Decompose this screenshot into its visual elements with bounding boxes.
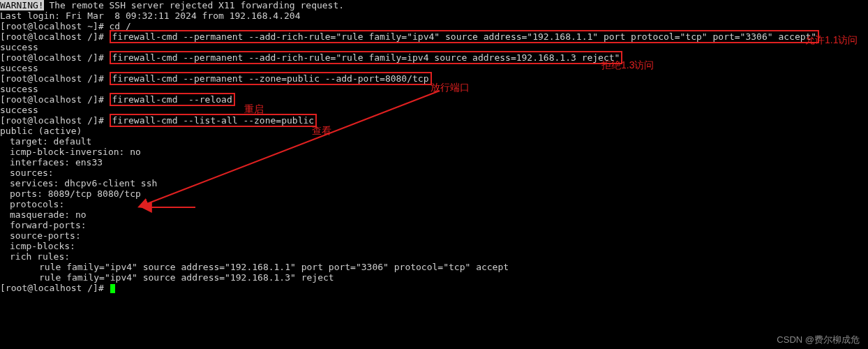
list-ifaces: interfaces: ens33 bbox=[0, 157, 868, 168]
list-protocols: protocols: bbox=[0, 199, 868, 209]
last-login-line: Last login: Fri Mar 8 09:32:11 2024 from… bbox=[0, 10, 868, 21]
list-icmp: icmp-blocks: bbox=[0, 241, 868, 251]
cmd-line-reload: [root@localhost /]# firewall-cmd --reloa… bbox=[0, 94, 868, 105]
terminal-window[interactable]: WARNING! The remote SSH server rejected … bbox=[0, 0, 868, 349]
cmd-line-rule2: [root@localhost /]# firewall-cmd --perma… bbox=[0, 52, 868, 63]
prompt-root: [root@localhost /]# bbox=[0, 115, 110, 126]
list-sources: sources: bbox=[0, 168, 868, 178]
cmd-line-rule1: [root@localhost /]# firewall-cmd --perma… bbox=[0, 31, 868, 42]
list-services: services: dhcpv6-client ssh bbox=[0, 178, 868, 188]
prompt-root: [root@localhost /]# bbox=[0, 31, 110, 42]
cursor-icon bbox=[110, 284, 115, 293]
cmd-line-addport: [root@localhost /]# firewall-cmd --perma… bbox=[0, 73, 868, 84]
warning-label: WARNING! bbox=[0, 0, 44, 10]
prompt-root: [root@localhost /]# bbox=[0, 94, 110, 105]
list-zone: public (active) bbox=[0, 126, 868, 136]
warning-text: The remote SSH server rejected X11 forwa… bbox=[44, 0, 344, 10]
prompt-root: [root@localhost /]# bbox=[0, 283, 110, 293]
list-srcports: source-ports: bbox=[0, 230, 868, 241]
list-rich-rule1: rule family="ipv4" source address="192.1… bbox=[0, 262, 868, 272]
list-ports: ports: 8089/tcp 8080/tcp bbox=[0, 188, 868, 199]
watermark: CSDN @费尔柳成危 bbox=[777, 334, 860, 345]
list-rich-rule2: rule family="ipv4" source address="192.1… bbox=[0, 272, 868, 283]
list-icmp-inv: icmp-block-inversion: no bbox=[0, 147, 868, 157]
cmd-line-listall: [root@localhost /]# firewall-cmd --list-… bbox=[0, 115, 868, 126]
prompt-root: [root@localhost /]# bbox=[0, 52, 110, 63]
warning-line: WARNING! The remote SSH server rejected … bbox=[0, 0, 868, 10]
list-fwd: forward-ports: bbox=[0, 220, 868, 230]
list-target: target: default bbox=[0, 136, 868, 147]
prompt-root: [root@localhost /]# bbox=[0, 73, 110, 84]
list-rich: rich rules: bbox=[0, 251, 868, 262]
prompt-final[interactable]: [root@localhost /]# bbox=[0, 283, 868, 293]
prompt-home: [root@localhost ~]# bbox=[0, 21, 110, 31]
list-masq: masquerade: no bbox=[0, 209, 868, 220]
